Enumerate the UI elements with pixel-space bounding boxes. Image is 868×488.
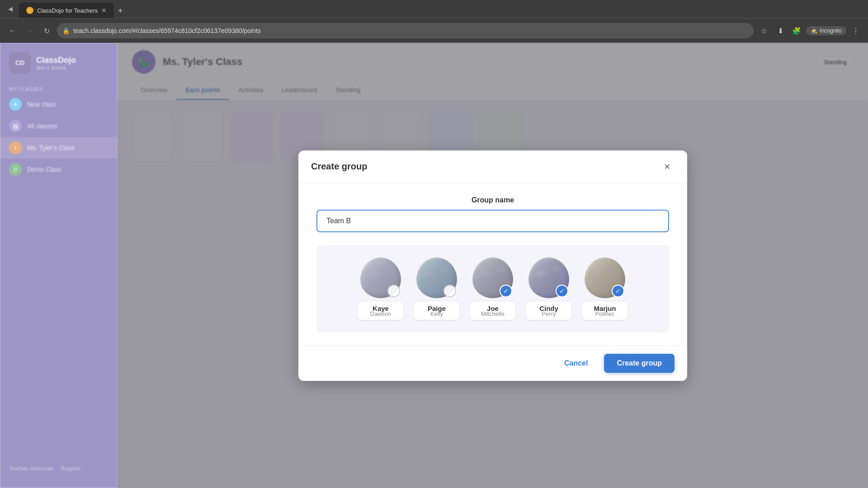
sidebar-item-label: All classes bbox=[27, 122, 57, 130]
new-class-icon: + bbox=[9, 98, 22, 111]
incognito-label: Incognito bbox=[820, 28, 842, 34]
create-group-button[interactable]: Create group bbox=[604, 354, 675, 373]
brand-subtitle: Join a School bbox=[36, 65, 76, 70]
toolbar-actions: ☆ ⬇ 🧩 🕵️ Incognito ⋮ bbox=[757, 24, 863, 38]
student-select-cindy[interactable]: ✓ Cindy Perry bbox=[526, 258, 571, 320]
active-tab[interactable]: C ClassDojo for Teachers ✕ bbox=[19, 3, 114, 18]
marjun-avatar-wrapper: ✓ bbox=[585, 258, 625, 298]
cindy-check: ✓ bbox=[556, 285, 568, 297]
modal-header: Create group × bbox=[298, 150, 687, 183]
tab-close-icon[interactable]: ✕ bbox=[101, 7, 107, 14]
marjun-name-box: Marjun Polinec bbox=[582, 302, 627, 320]
sidebar-item-label: New class bbox=[27, 101, 56, 108]
cancel-button[interactable]: Cancel bbox=[555, 355, 597, 372]
kaye-check: ✓ bbox=[387, 285, 400, 297]
student-select-joe[interactable]: ✓ Joe Mitchelle bbox=[470, 258, 515, 320]
paige-last-name: Kelly bbox=[420, 310, 453, 317]
refresh-button[interactable]: ↻ bbox=[40, 24, 53, 38]
cindy-last-name: Perry bbox=[533, 310, 565, 317]
marjun-check: ✓ bbox=[612, 285, 624, 297]
new-tab-button[interactable]: + bbox=[114, 5, 127, 17]
teacher-resources-link[interactable]: Teacher resources bbox=[9, 465, 54, 472]
sidebar-footer: Teacher resources Support bbox=[0, 458, 118, 479]
tab-favicon: C bbox=[26, 7, 33, 14]
extension-icon[interactable]: 🧩 bbox=[790, 24, 803, 38]
modal-title: Create group bbox=[311, 161, 367, 172]
menu-icon[interactable]: ⋮ bbox=[849, 24, 863, 38]
group-name-section: Group name bbox=[316, 196, 669, 232]
student-select-paige[interactable]: ✓ Paige Kelly bbox=[414, 258, 459, 320]
incognito-icon: 🕵️ bbox=[811, 28, 817, 34]
bookmark-star-icon[interactable]: ☆ bbox=[757, 24, 771, 38]
browser-chrome: ◀ C ClassDojo for Teachers ✕ + ← → ↻ 🔒 ☆… bbox=[0, 0, 868, 43]
tab-back-btn[interactable]: ◀ bbox=[4, 2, 17, 15]
browser-tabs: ◀ C ClassDojo for Teachers ✕ + bbox=[0, 0, 868, 18]
sidebar: CD ClassDojo Join a School My Classes + … bbox=[0, 43, 118, 488]
sidebar-item-all-classes[interactable]: ▦ All classes bbox=[0, 115, 118, 137]
joe-name-box: Joe Mitchelle bbox=[470, 302, 515, 320]
modal-overlay: Create group × Group name bbox=[118, 43, 868, 488]
page-background: CD ClassDojo Join a School My Classes + … bbox=[0, 43, 868, 488]
forward-button[interactable]: → bbox=[23, 24, 36, 38]
back-button[interactable]: ← bbox=[5, 24, 19, 38]
sidebar-item-demo-class[interactable]: D Demo Class bbox=[0, 159, 118, 180]
ms-tyler-icon: T bbox=[9, 141, 22, 154]
student-select-kaye[interactable]: ✓ Kaye Dawson bbox=[358, 258, 403, 320]
group-name-input[interactable] bbox=[316, 210, 669, 232]
address-bar[interactable] bbox=[57, 23, 754, 38]
sidebar-item-label: Demo Class bbox=[27, 166, 61, 173]
create-group-modal: Create group × Group name bbox=[298, 150, 687, 381]
kaye-name-box: Kaye Dawson bbox=[358, 302, 403, 320]
tab-title: ClassDojo for Teachers bbox=[37, 7, 98, 14]
modal-body: Group name ✓ bbox=[298, 183, 687, 345]
joe-avatar-wrapper: ✓ bbox=[472, 258, 513, 298]
modal-footer: Cancel Create group bbox=[298, 345, 687, 381]
sidebar-item-new-class[interactable]: + New class bbox=[0, 94, 118, 115]
paige-avatar-wrapper: ✓ bbox=[416, 258, 457, 298]
paige-check: ✓ bbox=[443, 285, 456, 297]
group-name-label: Group name bbox=[316, 196, 669, 204]
brand-name: ClassDojo bbox=[36, 56, 76, 65]
browser-toolbar: ← → ↻ 🔒 ☆ ⬇ 🧩 🕵️ Incognito ⋮ bbox=[0, 18, 868, 43]
sidebar-item-label: Ms. Tyler's Class bbox=[27, 144, 75, 151]
demo-class-icon: D bbox=[9, 163, 22, 176]
modal-close-button[interactable]: × bbox=[660, 160, 675, 174]
download-icon[interactable]: ⬇ bbox=[774, 24, 787, 38]
joe-last-name: Mitchelle bbox=[476, 310, 509, 317]
joe-check: ✓ bbox=[500, 285, 512, 297]
lock-icon: 🔒 bbox=[62, 28, 70, 34]
students-selection: ✓ Kaye Dawson bbox=[316, 245, 669, 333]
address-bar-wrapper: 🔒 bbox=[57, 23, 754, 38]
main-content: 🦕 Ms. Tyler's Class Standing Overview Ea… bbox=[118, 43, 868, 488]
sidebar-item-ms-tyler[interactable]: T Ms. Tyler's Class bbox=[0, 137, 118, 159]
student-select-marjun[interactable]: ✓ Marjun Polinec bbox=[582, 258, 627, 320]
sidebar-section-my-classes: My Classes bbox=[0, 83, 118, 94]
logo-icon: CD bbox=[9, 52, 31, 74]
students-selection-grid: ✓ Kaye Dawson bbox=[326, 258, 660, 320]
incognito-badge: 🕵️ Incognito bbox=[806, 26, 846, 35]
kaye-avatar-wrapper: ✓ bbox=[360, 258, 401, 298]
all-classes-icon: ▦ bbox=[9, 120, 22, 132]
sidebar-logo: CD ClassDojo Join a School bbox=[0, 52, 118, 83]
cindy-name-box: Cindy Perry bbox=[526, 302, 571, 320]
paige-name-box: Paige Kelly bbox=[414, 302, 459, 320]
kaye-last-name: Dawson bbox=[364, 310, 397, 317]
cindy-avatar-wrapper: ✓ bbox=[528, 258, 569, 298]
support-link[interactable]: Support bbox=[61, 465, 80, 472]
